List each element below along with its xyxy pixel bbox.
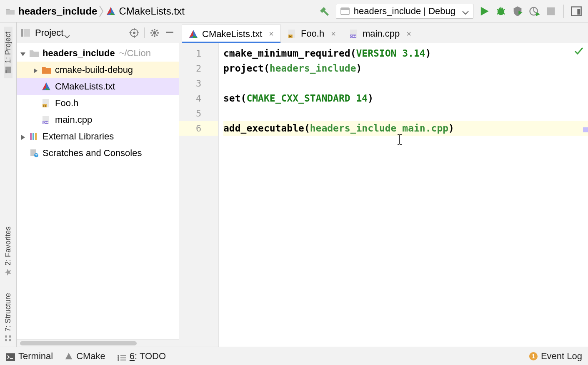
svg-rect-25: [166, 32, 173, 33]
top-toolbar: headers_include CMakeLists.txt headers_i…: [0, 0, 588, 22]
line-number: 3: [179, 76, 218, 91]
code-line[interactable]: cmake_minimum_required(VERSION 3.14): [223, 46, 588, 61]
code-line[interactable]: add_executable(headers_include main.cpp): [223, 121, 588, 136]
status-todo[interactable]: 6: TODO: [117, 351, 166, 362]
line-number: 5: [179, 106, 218, 121]
tree-collapse-icon[interactable]: [19, 133, 27, 140]
code-area[interactable]: cmake_minimum_required(VERSION 3.14)proj…: [218, 43, 588, 347]
header-file-icon: H: [42, 99, 52, 108]
line-number: 4: [179, 91, 218, 106]
cmake-icon: [106, 7, 115, 16]
status-bar: Terminal CMake 6: TODO 1 Event Log: [0, 347, 588, 365]
svg-rect-16: [5, 339, 8, 341]
view-mode-icon[interactable]: [21, 29, 30, 37]
svg-marker-56: [65, 353, 72, 359]
svg-rect-39: [33, 133, 34, 140]
status-event-log[interactable]: 1 Event Log: [529, 351, 582, 362]
close-icon[interactable]: ×: [331, 29, 336, 39]
marker-stripe[interactable]: [583, 127, 588, 132]
header-file-icon: H: [288, 29, 297, 38]
line-number: 1: [179, 46, 218, 61]
status-terminal[interactable]: Terminal: [6, 351, 53, 362]
svg-marker-15: [5, 269, 12, 276]
tree-file-foo[interactable]: H Foo.h: [17, 95, 179, 112]
code-line[interactable]: [223, 106, 588, 121]
project-scrollbar[interactable]: [17, 339, 179, 347]
hide-panel-button[interactable]: [165, 28, 175, 38]
svg-rect-21: [24, 29, 30, 37]
tree-file-cmake[interactable]: CMakeLists.txt: [17, 78, 179, 95]
panel-settings-button[interactable]: [150, 28, 160, 38]
svg-point-59: [118, 357, 119, 359]
breadcrumb: headers_include CMakeLists.txt: [0, 5, 185, 17]
tab-foo[interactable]: H Foo.h ×: [281, 25, 343, 43]
project-panel-title[interactable]: Project: [35, 27, 70, 38]
tree-file-main-label: main.cpp: [55, 114, 92, 125]
cpp-file-icon: C++: [42, 115, 52, 124]
coverage-button[interactable]: [512, 5, 523, 17]
tree-external-libs-label: External Libraries: [43, 131, 114, 142]
code-line[interactable]: set(CMAKE_CXX_STANDARD 14): [223, 91, 588, 106]
tree-scratches[interactable]: Scratches and Consoles: [17, 145, 179, 161]
event-count-badge: 1: [529, 352, 538, 360]
build-button[interactable]: [319, 5, 331, 17]
tool-tab-favorites[interactable]: 2: Favorites: [4, 221, 13, 281]
debug-button[interactable]: [495, 5, 507, 17]
cmake-grey-icon: [65, 352, 73, 360]
run-toolbar: headers_include | Debug: [319, 4, 588, 19]
folder-icon: [29, 49, 39, 58]
scratches-icon: [29, 149, 39, 158]
svg-rect-14: [6, 70, 8, 73]
chevron-right-icon: [99, 5, 105, 17]
scrollbar-thumb[interactable]: [20, 341, 137, 345]
svg-text:C++: C++: [350, 35, 356, 38]
tree-collapse-icon[interactable]: [32, 66, 39, 74]
status-event-log-label: Event Log: [541, 351, 582, 362]
code-line[interactable]: [223, 76, 588, 91]
close-icon[interactable]: ×: [406, 29, 411, 39]
close-icon[interactable]: ×: [269, 29, 274, 39]
breadcrumb-file[interactable]: CMakeLists.txt: [119, 5, 184, 17]
breadcrumb-project[interactable]: headers_include: [18, 5, 97, 17]
tool-tab-structure[interactable]: 7: Structure: [4, 288, 13, 347]
svg-marker-9: [536, 12, 540, 16]
svg-rect-18: [9, 339, 11, 341]
line-gutter: 123456: [179, 43, 218, 347]
tab-cmakelists[interactable]: CMakeLists.txt ×: [182, 25, 281, 43]
line-number: 6: [179, 121, 218, 136]
stop-button[interactable]: [545, 5, 557, 17]
separator: [144, 27, 145, 38]
library-icon: [29, 132, 39, 141]
svg-rect-58: [120, 355, 126, 356]
select-opened-file-button[interactable]: [129, 28, 139, 38]
run-config-selector[interactable]: headers_include | Debug: [336, 4, 473, 19]
tree-file-main[interactable]: C++ main.cpp: [17, 112, 179, 128]
editor-tabs: CMakeLists.txt × H Foo.h × C++ main.cpp …: [179, 22, 588, 43]
tree-external-libs[interactable]: External Libraries: [17, 128, 179, 145]
run-button[interactable]: [478, 5, 490, 17]
project-panel-header: Project: [17, 22, 179, 43]
tree-root[interactable]: headers_include ~/CLion: [17, 45, 179, 62]
inspection-ok-icon[interactable]: [574, 46, 584, 56]
code-line[interactable]: project(headers_include): [223, 61, 588, 76]
tree-folder-build[interactable]: cmake-build-debug: [17, 62, 179, 78]
svg-rect-55: [6, 353, 15, 361]
svg-rect-38: [30, 133, 32, 140]
svg-point-61: [118, 359, 119, 361]
tab-main[interactable]: C++ main.cpp ×: [343, 25, 418, 43]
editor-body[interactable]: 123456 cmake_minimum_required(VERSION 3.…: [179, 43, 588, 347]
svg-point-57: [118, 355, 119, 357]
status-cmake[interactable]: CMake: [65, 351, 105, 362]
layout-settings-button[interactable]: [570, 5, 582, 17]
tool-tab-project[interactable]: 1: Project: [4, 27, 13, 78]
status-terminal-label: Terminal: [18, 351, 53, 362]
run-config-label: headers_include | Debug: [354, 6, 455, 17]
svg-rect-10: [547, 7, 555, 15]
tree-root-path: ~/CLion: [119, 48, 151, 59]
project-tree[interactable]: headers_include ~/CLion cmake-build-debu…: [17, 43, 179, 339]
tree-folder-build-label: cmake-build-debug: [55, 65, 133, 75]
terminal-icon: [6, 353, 15, 360]
editor-area: CMakeLists.txt × H Foo.h × C++ main.cpp …: [179, 22, 588, 347]
tree-expand-icon[interactable]: [19, 50, 27, 57]
profile-button[interactable]: [528, 5, 540, 17]
